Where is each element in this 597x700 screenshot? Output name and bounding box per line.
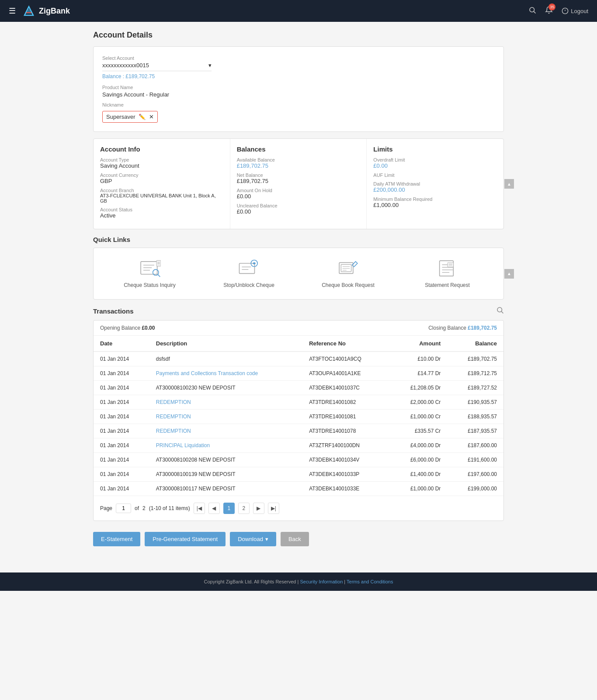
transactions-title: Transactions [93,307,134,315]
acct-status-label: Account Status [100,207,223,212]
uncleared-label: Uncleared Balance [237,203,360,208]
search-button[interactable] [528,6,536,16]
estatement-button[interactable]: E-Statement [93,532,140,546]
cell-balance: £197,600.00 [447,467,503,482]
cell-balance: £187,600.00 [447,438,503,453]
cell-date: 01 Jan 2014 [94,482,149,496]
back-button[interactable]: Back [281,532,309,546]
pregenerated-button[interactable]: Pre-Generated Statement [145,532,226,546]
quick-link-cheque-status[interactable]: Cheque Status Inquiry [100,255,199,293]
info-grid: Account Info Account Type Saving Account… [93,138,504,229]
dropdown-icon: ▾ [208,62,212,69]
cell-description[interactable]: REDEMPTION [149,410,302,424]
page-total: 2 [142,505,146,511]
cell-amount: £6,000.00 Dr [389,453,447,467]
svg-rect-16 [239,263,254,273]
opening-balance: Opening Balance £0.00 [100,325,155,331]
scroll-up-btn-quicklinks[interactable]: ▲ [504,269,514,279]
footer: Copyright ZigBank Ltd. All Rights Reserv… [0,572,597,591]
notification-button[interactable]: 35 [545,6,553,16]
table-row: 01 Jan 2014AT300008100117 NEW DEPOSITAT3… [94,482,503,496]
balances-section: Balances Available Balance £189,702.75 N… [230,139,367,229]
table-row: 01 Jan 2014REDEMPTIONAT3TDRE14001081£1,0… [94,410,503,424]
col-description: Description [149,336,302,352]
cell-date: 01 Jan 2014 [94,424,149,438]
table-row: 01 Jan 2014Payments and Collections Tran… [94,366,503,381]
cell-description[interactable]: PRINCIPAL Liquidation [149,438,302,453]
transactions-search-button[interactable] [496,306,504,316]
cell-ref: AT3DEBK14001033P [302,467,389,482]
atm-value: £200,000.00 [373,186,497,193]
download-label: Download [238,536,263,542]
quick-link-cheque-book[interactable]: Cheque Book Request [298,255,398,293]
edit-nickname-icon[interactable]: ✏️ [139,114,146,120]
cell-date: 01 Jan 2014 [94,453,149,467]
page-2-btn[interactable]: 2 [238,503,250,514]
svg-point-36 [497,307,502,312]
cell-ref: AT3DEBK14001033E [302,482,389,496]
cell-ref: AT3TDRE14001081 [302,410,389,424]
cell-ref: AT3OUPA14001A1KE [302,366,389,381]
cell-description[interactable]: REDEMPTION [149,395,302,410]
cell-balance: £189,712.75 [447,366,503,381]
atm-label: Daily ATM Withdrawal [373,181,497,186]
quick-links-title: Quick Links [93,236,504,243]
scroll-up-btn-info[interactable]: ▲ [504,179,514,189]
cell-ref: AT3DEBK14001037C [302,381,389,395]
header-right: 35 Logout [528,6,588,16]
cell-amount: £1,208.05 Dr [389,381,447,395]
cell-description[interactable]: REDEMPTION [149,424,302,438]
balance-bar: Opening Balance £0.00 Closing Balance £1… [94,321,503,336]
svg-point-3 [530,7,535,12]
cell-amount: £4,000.00 Dr [389,438,447,453]
quick-link-statement[interactable]: Statement Request [398,255,497,293]
security-link[interactable]: Security Information [300,579,343,584]
page-title: Account Details [93,31,504,40]
quick-link-stop-cheque[interactable]: Stop/Unblock Cheque [199,255,298,293]
logout-button[interactable]: Logout [562,7,588,14]
cell-amount: £1,000.00 Dr [389,482,447,496]
on-hold-label: Amount On Hold [237,188,360,193]
avail-bal-value: £189,702.75 [237,162,360,169]
of-label: of [135,505,139,511]
cell-amount: £1,400.00 Dr [389,467,447,482]
table-header-row: Date Description Reference No Amount Bal… [94,336,503,352]
cell-amount: £2,000.00 Cr [389,395,447,410]
last-page-btn[interactable]: ▶| [268,503,279,514]
menu-icon[interactable]: ☰ [9,6,16,16]
limits-section: Limits Overdraft Limit £0.00 AUF Limit D… [367,139,503,229]
product-name-value: Savings Account - Regular [102,91,495,98]
svg-rect-13 [156,260,161,266]
cell-balance: £189,702.75 [447,352,503,366]
uncleared-value: £0.00 [237,208,360,215]
prev-page-btn[interactable]: ◀ [208,503,220,514]
nickname-label: Nickname [102,102,495,107]
logout-label: Logout [571,8,588,14]
download-button[interactable]: Download ▾ [230,532,276,546]
terms-link[interactable]: Terms and Conditions [347,579,393,584]
quick-links-card: Cheque Status Inquiry Sto [93,248,504,300]
power-icon [562,7,569,14]
table-row: 01 Jan 2014REDEMPTIONAT3TDRE14001078£335… [94,424,503,438]
cell-description: AT300008100139 NEW DEPOSIT [149,467,302,482]
cell-description[interactable]: Payments and Collections Transaction cod… [149,366,302,381]
cell-date: 01 Jan 2014 [94,438,149,453]
nickname-value: Supersaver [106,114,135,120]
account-selector[interactable]: xxxxxxxxxxxx0015 ▾ [102,62,212,71]
cell-date: 01 Jan 2014 [94,467,149,482]
first-page-btn[interactable]: |◀ [194,503,205,514]
next-page-btn[interactable]: ▶ [253,503,264,514]
acct-branch-label: Account Branch [100,188,223,193]
clear-nickname-icon[interactable]: ✕ [149,114,154,120]
table-row: 01 Jan 2014PRINCIPAL LiquidationAT3ZTRF1… [94,438,503,453]
cell-balance: £189,727.52 [447,381,503,395]
on-hold-value: £0.00 [237,193,360,200]
stop-cheque-label: Stop/Unblock Cheque [223,282,274,288]
cell-date: 01 Jan 2014 [94,381,149,395]
page-input[interactable] [116,503,131,513]
min-bal-label: Minimum Balance Required [373,197,497,202]
page-1-btn[interactable]: 1 [223,503,235,514]
notification-badge: 35 [548,3,555,10]
cell-date: 01 Jan 2014 [94,410,149,424]
cell-ref: AT3FTOC14001A9CQ [302,352,389,366]
